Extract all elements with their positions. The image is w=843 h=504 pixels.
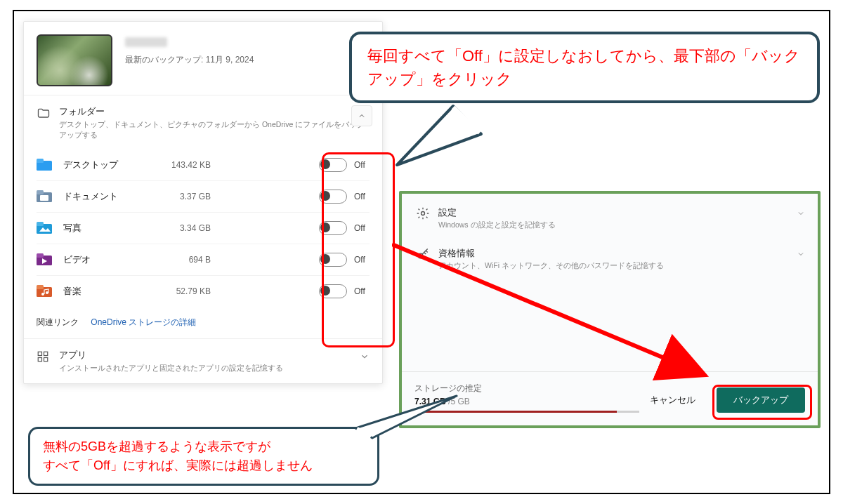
svg-rect-10 <box>37 285 44 289</box>
onedrive-storage-link[interactable]: OneDrive ストレージの詳細 <box>91 317 196 327</box>
folder-name: ビデオ <box>63 253 148 266</box>
collapse-button[interactable] <box>351 105 372 126</box>
folder-backup-toggle[interactable] <box>319 190 347 204</box>
folder-name: 写真 <box>63 222 148 234</box>
svg-rect-1 <box>37 159 44 163</box>
toggle-state-label: Off <box>354 255 370 265</box>
option-subtitle: Windows の設定と設定を記憶する <box>438 220 556 230</box>
folder-backup-toggle[interactable] <box>319 221 347 235</box>
folder-row: ビデオ 694 B Off <box>37 244 370 275</box>
annotation-callout-1: 毎回すべて「Off」に設定しなおしてから、最下部の「バックアップ」をクリック <box>349 32 820 103</box>
folder-size: 3.37 GB <box>148 192 211 201</box>
folder-type-icon <box>37 285 52 298</box>
chevron-down-icon <box>797 209 805 218</box>
gear-icon <box>416 206 430 220</box>
svg-rect-8 <box>37 253 44 258</box>
folder-size: 52.79 KB <box>148 286 211 296</box>
svg-point-18 <box>418 253 423 258</box>
toggle-state-label: Off <box>354 160 370 170</box>
key-icon <box>416 247 430 261</box>
folder-backup-toggle[interactable] <box>319 284 347 298</box>
folder-name: デスクトップ <box>63 159 148 171</box>
folder-type-icon <box>37 190 52 203</box>
svg-rect-4 <box>40 195 48 201</box>
folder-name: 音楽 <box>63 285 148 298</box>
annotation-callout-2: 無料の5GBを超過するような表示ですが すべて「Off」にすれば、実際には超過し… <box>28 427 379 486</box>
folder-size: 3.34 GB <box>148 223 211 233</box>
apps-section-header[interactable]: アプリ インストールされたアプリと固定されたアプリの設定を記憶する <box>24 338 382 383</box>
folder-row: 写真 3.34 GB Off <box>37 212 370 244</box>
related-label: 関連リンク <box>37 317 79 327</box>
folders-section-header[interactable]: フォルダー デスクトップ、ドキュメント、ピクチャのフォルダーから OneDriv… <box>24 95 382 150</box>
folder-size: 143.42 KB <box>148 160 211 170</box>
svg-rect-15 <box>38 358 41 362</box>
device-wallpaper-thumbnail <box>37 34 112 86</box>
toggle-state-label: Off <box>354 192 370 201</box>
chevron-down-icon <box>797 250 805 258</box>
folder-type-icon <box>37 159 52 171</box>
backup-option-row[interactable]: 資格情報アカウント、WiFi ネットワーク、その他のパスワードを記憶する <box>409 239 811 279</box>
backup-button[interactable]: バックアップ <box>717 387 805 413</box>
folder-row: ドキュメント 3.37 GB Off <box>37 180 370 212</box>
backup-option-row[interactable]: 設定Windows の設定と設定を記憶する <box>409 198 811 239</box>
device-header: 最新のバックアップ: 11月 9, 2024 <box>24 22 382 95</box>
backup-options-list: 設定Windows の設定と設定を記憶する 資格情報アカウント、WiFi ネット… <box>402 194 818 284</box>
toggle-state-label: Off <box>354 223 370 233</box>
svg-rect-14 <box>44 352 48 356</box>
svg-rect-16 <box>44 358 48 362</box>
svg-point-17 <box>422 212 425 215</box>
toggle-state-label: Off <box>354 286 370 296</box>
device-name-redacted <box>125 37 167 47</box>
folder-backup-toggle[interactable] <box>319 253 347 267</box>
folder-type-icon <box>37 222 52 234</box>
folders-title: フォルダー <box>59 105 370 118</box>
svg-rect-13 <box>38 352 41 356</box>
folder-type-icon <box>37 253 52 266</box>
folders-list: デスクトップ 143.42 KB Off ドキュメント 3.37 GB Off … <box>24 150 382 307</box>
svg-rect-3 <box>37 190 44 194</box>
cancel-button[interactable]: キャンセル <box>639 388 707 412</box>
folder-size: 694 B <box>148 255 211 265</box>
related-links: 関連リンク OneDrive ストレージの詳細 <box>24 307 382 338</box>
apps-grid-icon <box>37 350 51 364</box>
apps-subtitle: インストールされたアプリと固定されたアプリの設定を記憶する <box>59 363 283 373</box>
option-title: 設定 <box>438 206 556 219</box>
option-title: 資格情報 <box>438 247 664 260</box>
folder-row: デスクトップ 143.42 KB Off <box>37 150 370 180</box>
svg-rect-6 <box>37 222 44 226</box>
folder-outline-icon <box>37 107 51 121</box>
folder-name: ドキュメント <box>63 190 148 203</box>
chevron-down-icon <box>360 352 370 362</box>
apps-title: アプリ <box>59 349 283 362</box>
folders-subtitle: デスクトップ、ドキュメント、ピクチャのフォルダーから OneDrive にファイ… <box>59 119 370 140</box>
folder-row: 音楽 52.79 KB Off <box>37 275 370 307</box>
backup-settings-panel: 最新のバックアップ: 11月 9, 2024 フォルダー デスクトップ、ドキュメ… <box>23 21 383 384</box>
backup-dialog-panel: 設定Windows の設定と設定を記憶する 資格情報アカウント、WiFi ネット… <box>399 191 821 428</box>
last-backup-label: 最新のバックアップ: 11月 9, 2024 <box>125 54 370 66</box>
option-subtitle: アカウント、WiFi ネットワーク、その他のパスワードを記憶する <box>438 261 664 271</box>
folder-backup-toggle[interactable] <box>319 158 347 172</box>
